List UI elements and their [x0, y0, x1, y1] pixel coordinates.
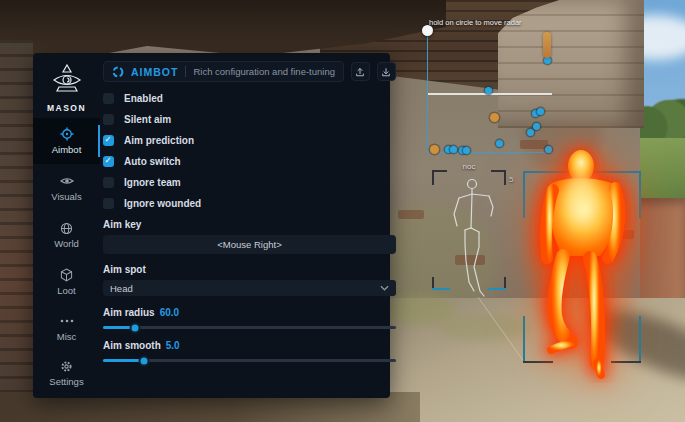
skeleton-esp [432, 172, 512, 302]
toggle-label: Aim prediction [124, 135, 194, 146]
globe-icon [60, 221, 73, 235]
checkbox-ignore-team[interactable] [103, 177, 114, 188]
aim-radius-row: Aim radius60.0 [103, 307, 396, 318]
radar-dot-orange [490, 113, 499, 122]
box-icon [60, 268, 73, 282]
sidebar-item-settings[interactable]: Settings [33, 350, 100, 396]
checkbox-auto-switch[interactable] [103, 156, 114, 167]
radar-tooltip: hold on circle to move radar [429, 18, 589, 27]
header-divider [185, 66, 186, 77]
sidebar: MASON AimbotVisualsWorldLootMiscSettings [33, 53, 100, 398]
sidebar-item-label: Settings [49, 376, 83, 387]
sidebar-item-loot[interactable]: Loot [33, 259, 100, 305]
radar: hold on circle to move radar [427, 30, 552, 153]
aim-smooth-label: Aim smooth [103, 340, 161, 351]
bracket-segment [593, 171, 641, 173]
radar-dot-enemy [545, 146, 552, 153]
brand-name: MASON [33, 103, 100, 113]
radar-dot-enemy [463, 147, 470, 154]
crosshair-icon [60, 127, 74, 141]
aim-radius-slider-handle[interactable] [130, 322, 141, 333]
background-left-wall [0, 40, 33, 422]
radar-marker [543, 32, 551, 58]
bracket-segment [639, 316, 641, 363]
header-pill: AIMBOT Rich configuration and fine-tunin… [103, 61, 344, 82]
toggle-label: Auto switch [124, 156, 181, 167]
sidebar-item-label: Visuals [51, 191, 81, 202]
toggle-label: Ignore team [124, 177, 181, 188]
slider-list: Aim radius60.0Aim smooth5.0 [103, 307, 396, 362]
aim-radius-label: Aim radius [103, 307, 155, 318]
aim-smooth-value: 5.0 [166, 340, 180, 351]
radar-move-handle[interactable] [422, 25, 433, 36]
radar-dot-enemy [537, 108, 544, 115]
radar-dot-enemy [450, 146, 457, 153]
sidebar-item-visuals[interactable]: Visuals [33, 165, 100, 211]
aim-smooth-slider-handle[interactable] [139, 355, 150, 366]
bracket-segment [523, 171, 525, 218]
sidebar-item-misc[interactable]: Misc [33, 305, 100, 351]
checkbox-ignore-wounded[interactable] [103, 198, 114, 209]
aim-radius-slider[interactable] [103, 326, 396, 329]
page-subtitle: Rich configuration and fine-tuning [193, 66, 335, 77]
moss-patch [440, 315, 530, 341]
toggle-row: Silent aim [103, 114, 396, 125]
page-title: AIMBOT [131, 66, 178, 78]
radar-dot-enemy [527, 129, 534, 136]
aim-spot-label: Aim spot [103, 264, 396, 275]
toggle-row: Enabled [103, 93, 396, 104]
radar-dot-enemy [496, 140, 503, 147]
aim-key-label: Aim key [103, 219, 396, 230]
aim-smooth-row: Aim smooth5.0 [103, 340, 396, 351]
sidebar-item-label: Misc [57, 331, 77, 342]
panel-header: AIMBOT Rich configuration and fine-tunin… [103, 62, 396, 81]
radar-dot-enemy [533, 123, 540, 130]
esp-player-box [523, 171, 641, 363]
esp-skeleton-box: noc 5 [432, 170, 506, 290]
checkbox-silent-aim[interactable] [103, 114, 114, 125]
toggle-list: EnabledSilent aimAim predictionAuto swit… [103, 93, 396, 209]
toggle-row: Auto switch [103, 156, 396, 167]
checkbox-enabled[interactable] [103, 93, 114, 104]
brand-logo: MASON [33, 64, 100, 113]
sidebar-item-label: Loot [57, 285, 76, 296]
bracket-segment [523, 361, 553, 363]
panel-content: AIMBOT Rich configuration and fine-tunin… [100, 53, 409, 398]
sidebar-item-aimbot[interactable]: Aimbot [33, 118, 100, 164]
toggle-row: Ignore team [103, 177, 396, 188]
download-config-button[interactable] [377, 62, 396, 81]
mason-eye-icon [50, 64, 84, 96]
toggle-row: Aim prediction [103, 135, 396, 146]
aim-radius-value: 60.0 [160, 307, 179, 318]
bracket-segment [639, 171, 641, 218]
toggle-row: Ignore wounded [103, 198, 396, 209]
upload-config-button[interactable] [351, 62, 370, 81]
cheat-menu-panel: MASON AimbotVisualsWorldLootMiscSettings… [33, 53, 390, 398]
toggle-label: Silent aim [124, 114, 171, 125]
bracket-segment [523, 316, 525, 363]
aimbot-ring-icon [112, 66, 124, 78]
toggle-label: Ignore wounded [124, 198, 201, 209]
eye-icon [60, 174, 74, 188]
chevron-down-icon [380, 285, 389, 291]
upload-icon [355, 67, 365, 77]
aim-smooth-slider[interactable] [103, 359, 396, 362]
aim-spot-value: Head [110, 283, 133, 294]
dots-icon [60, 314, 74, 328]
sidebar-item-world[interactable]: World [33, 212, 100, 258]
aim-key-button[interactable]: <Mouse Right> [103, 235, 396, 254]
sidebar-item-label: Aimbot [52, 144, 82, 155]
sidebar-item-label: World [54, 238, 79, 249]
bracket-segment [611, 361, 641, 363]
radar-dot-orange [430, 145, 439, 154]
game-scene: hold on circle to move radar noc 5 [0, 0, 685, 422]
bracket-segment [523, 171, 571, 173]
aim-spot-select[interactable]: Head [103, 280, 396, 296]
radar-dot-enemy [485, 87, 492, 94]
toggle-label: Enabled [124, 93, 163, 104]
download-icon [381, 67, 391, 77]
checkbox-aim-prediction[interactable] [103, 135, 114, 146]
gear-icon [60, 359, 73, 373]
